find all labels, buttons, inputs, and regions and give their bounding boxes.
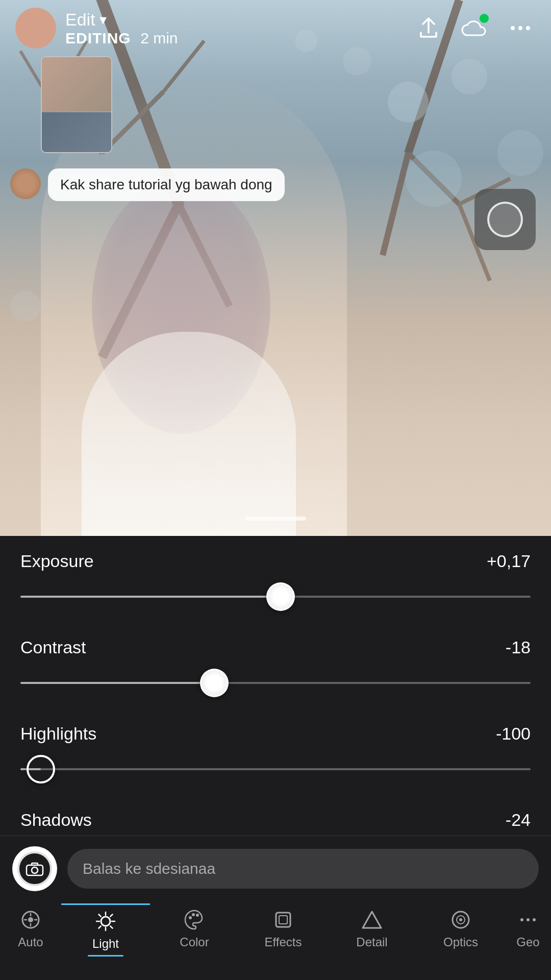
edit-dropdown[interactable]: Edit ▾ <box>65 10 178 30</box>
tool-tab-detail[interactable]: Detail <box>328 903 416 954</box>
svg-point-19 <box>10 291 41 322</box>
svg-point-39 <box>533 918 536 921</box>
exposure-value: +0,17 <box>487 551 531 571</box>
exposure-label: Exposure <box>20 551 94 571</box>
tool-optics-label: Optics <box>443 935 478 949</box>
tool-tab-auto[interactable]: Auto <box>0 903 61 954</box>
camera-control-widget[interactable] <box>474 189 536 250</box>
editing-time: 2 min <box>140 30 178 46</box>
contrast-slider-row: Contrast -18 <box>20 638 531 698</box>
light-active-indicator <box>88 955 123 957</box>
highlights-slider-row: Highlights -100 <box>20 724 531 785</box>
tool-light-label: Light <box>92 937 119 951</box>
user-avatar <box>15 8 56 48</box>
camera-control-circle <box>487 202 523 237</box>
svg-point-37 <box>520 918 523 921</box>
thumb-top <box>42 57 111 111</box>
tool-tab-color[interactable]: Color <box>150 903 239 954</box>
exposure-slider-row: Exposure +0,17 <box>20 551 531 612</box>
svg-point-21 <box>518 26 522 30</box>
svg-line-9 <box>383 153 408 255</box>
reply-input-container[interactable]: Balas ke sdesianaa <box>67 849 539 889</box>
svg-point-22 <box>526 26 530 30</box>
shadows-value: -24 <box>506 810 531 830</box>
svg-point-14 <box>406 151 462 207</box>
tool-tab-light[interactable]: Light <box>61 903 150 962</box>
edit-chevron-icon: ▾ <box>99 11 107 28</box>
svg-point-29 <box>192 913 195 916</box>
toolbar: Balas ke sdesianaa Auto Light <box>0 836 551 980</box>
cloud-sync-indicator <box>480 14 489 23</box>
thumbnail-card[interactable] <box>41 56 112 153</box>
tool-geometry-label: Geo <box>516 935 539 949</box>
svg-rect-32 <box>279 916 287 924</box>
camera-snap-button[interactable] <box>12 846 57 891</box>
tool-tabs: Auto Light Color <box>0 899 551 980</box>
comment-bubble: Kak share tutorial yg bawah dong <box>48 168 285 201</box>
svg-point-36 <box>459 918 462 921</box>
tool-color-label: Color <box>180 935 209 949</box>
shadows-label: Shadows <box>20 810 92 830</box>
svg-point-30 <box>196 914 199 917</box>
thumb-bottom <box>42 111 111 152</box>
svg-point-15 <box>452 59 487 94</box>
svg-marker-33 <box>363 912 381 928</box>
top-bar: Edit ▾ EDITING 2 min <box>0 0 551 56</box>
photo-area: Edit ▾ EDITING 2 min <box>0 0 551 536</box>
svg-point-13 <box>388 82 429 122</box>
tool-tab-effects[interactable]: Effects <box>239 903 328 954</box>
comment-text: Kak share tutorial yg bawah dong <box>60 177 272 192</box>
svg-point-18 <box>497 130 543 176</box>
share-button[interactable] <box>413 13 444 43</box>
contrast-label: Contrast <box>20 638 86 657</box>
highlights-label: Highlights <box>20 724 96 744</box>
contrast-value: -18 <box>506 638 531 657</box>
comment-section: Kak share tutorial yg bawah dong <box>10 168 285 201</box>
reply-bar: Balas ke sdesianaa <box>0 836 551 899</box>
tool-tab-geometry[interactable]: Geo <box>505 903 551 954</box>
svg-point-20 <box>511 26 515 30</box>
svg-point-27 <box>101 917 110 926</box>
edit-label: Edit <box>65 10 95 30</box>
drag-handle[interactable] <box>245 517 306 521</box>
svg-point-26 <box>28 917 33 922</box>
svg-point-24 <box>32 867 38 873</box>
tool-detail-label: Detail <box>356 935 387 949</box>
tool-tab-optics[interactable]: Optics <box>416 903 505 954</box>
editing-status: EDITING <box>65 30 131 46</box>
cloud-sync-button[interactable] <box>459 13 490 43</box>
tool-effects-label: Effects <box>265 935 302 949</box>
commenter-avatar <box>10 168 41 199</box>
reply-input[interactable]: Balas ke sdesianaa <box>83 860 215 877</box>
tool-auto-label: Auto <box>18 935 43 949</box>
svg-point-38 <box>527 918 530 921</box>
svg-point-28 <box>189 916 192 919</box>
svg-rect-31 <box>276 913 290 927</box>
more-options-button[interactable] <box>505 13 536 43</box>
highlights-value: -100 <box>496 724 531 744</box>
